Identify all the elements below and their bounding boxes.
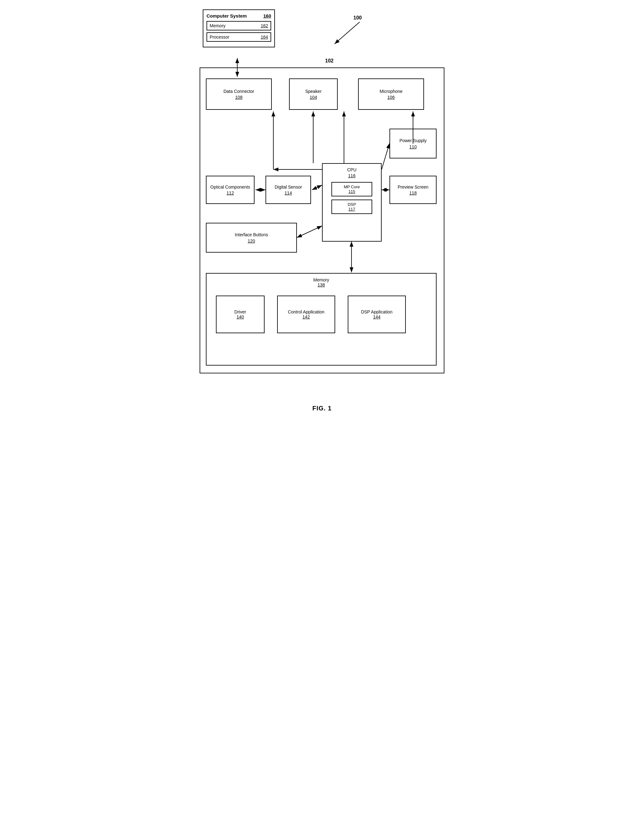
memory-138-outer: Memory 138 Driver 140 Control Applicatio… <box>206 273 437 366</box>
microphone-box: Microphone 106 <box>358 78 424 110</box>
label-102: 102 <box>325 58 334 64</box>
processor-ref: 164 <box>261 35 268 40</box>
svg-line-4 <box>334 22 360 44</box>
dsp-ref: 117 <box>334 207 370 211</box>
memory-ref: 162 <box>261 23 268 28</box>
memory-label: Memory <box>210 23 225 28</box>
computer-system-label: Computer System <box>207 13 247 18</box>
label-100: 100 <box>353 15 362 21</box>
mp-core-box: MP Core 115 <box>331 182 372 196</box>
power-supply-box: Power Supply 110 <box>389 129 437 158</box>
processor-box: Processor 164 <box>207 32 271 42</box>
processor-label: Processor <box>210 35 229 40</box>
computer-system-box: Computer System 160 Memory 162 Processor… <box>203 9 275 47</box>
driver-box: Driver 140 <box>216 296 265 333</box>
dsp-application-box: DSP Application 144 <box>348 296 406 333</box>
optical-components-box: Optical Components 112 <box>206 176 255 204</box>
fig-label: FIG. 1 <box>312 405 332 412</box>
digital-sensor-box: Digital Sensor 114 <box>265 176 311 204</box>
memory-138-label-area: Memory 138 <box>207 277 436 287</box>
mp-core-label: MP Core <box>334 184 370 189</box>
mp-core-ref: 115 <box>334 189 370 194</box>
control-application-box: Control Application 142 <box>277 296 335 333</box>
preview-screen-box: Preview Screen 118 <box>389 176 437 204</box>
interface-buttons-box: Interface Buttons 120 <box>206 223 297 253</box>
dsp-box: DSP 117 <box>331 199 372 214</box>
memory-box: Memory 162 <box>207 21 271 31</box>
speaker-box: Speaker 104 <box>289 78 338 110</box>
data-connector-box: Data Connector 108 <box>206 78 272 110</box>
diagram-wrapper: Computer System 160 Memory 162 Processor… <box>199 9 445 395</box>
dsp-label: DSP <box>334 202 370 207</box>
cpu-box: CPU 116 MP Core 115 DSP 117 <box>322 163 382 242</box>
computer-system-ref: 160 <box>263 13 271 18</box>
